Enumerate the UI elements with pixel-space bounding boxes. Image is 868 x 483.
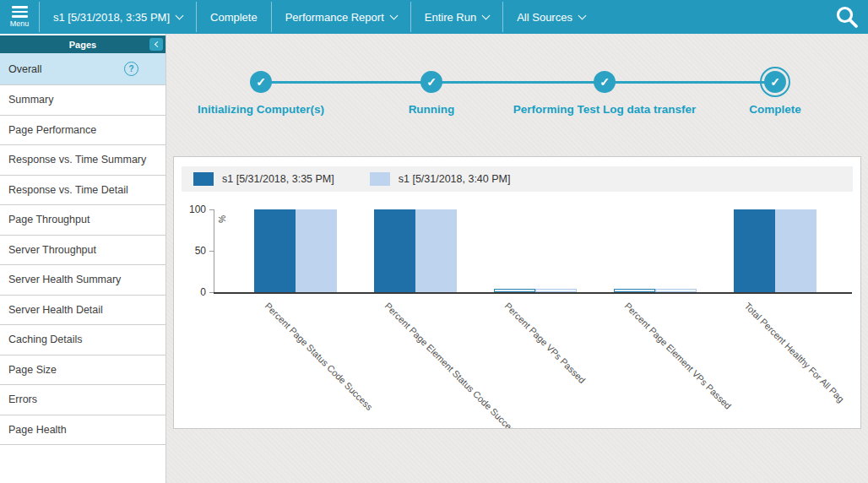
sidebar-item-server-throughput[interactable]: Server Throughput (0, 236, 165, 266)
sidebar-item-label: Page Health (8, 424, 67, 436)
y-tick-label: 0 (182, 286, 206, 298)
chevron-down-icon (389, 12, 398, 20)
search-button[interactable] (826, 0, 868, 34)
sidebar-title: Pages (69, 40, 96, 50)
bar-percent-page-element-vps-passed-s1 (614, 289, 655, 292)
chevron-down-icon (578, 12, 586, 20)
check-icon: ✓ (770, 75, 780, 89)
sidebar: Pages Overall?SummaryPage PerformanceRes… (0, 34, 166, 483)
sidebar-item-label: Server Health Summary (8, 274, 121, 285)
topbar-items: s1 [5/31/2018, 3:35 PM]CompletePerforman… (40, 0, 599, 34)
step-label-initializing-computer-s: Initializing Computer(s) (168, 103, 354, 117)
y-tick-mark (209, 251, 214, 252)
sidebar-item-label: Summary (8, 94, 53, 106)
bar-percent-page-element-vps-passed-s2 (655, 289, 697, 292)
sidebar-item-page-size[interactable]: Page Size (0, 355, 165, 386)
sidebar-item-label: Errors (8, 393, 37, 405)
topbar-item-complete[interactable]: Complete (197, 0, 271, 34)
topbar-item-label: Performance Report (285, 11, 384, 24)
chevron-down-icon (176, 12, 184, 20)
sidebar-item-label: Overall (8, 63, 42, 75)
menu-button-label: Menu (10, 19, 30, 28)
sidebar-collapse-button[interactable] (149, 38, 163, 51)
bar-percent-page-vps-passed-s2 (535, 289, 577, 292)
sidebar-item-server-health-detail[interactable]: Server Health Detail (0, 296, 165, 326)
y-tick-mark (209, 209, 214, 210)
steps-connector-line (261, 81, 775, 84)
hamburger-icon (12, 6, 28, 18)
sidebar-header: Pages (0, 35, 165, 53)
topbar: Menu s1 [5/31/2018, 3:35 PM]CompletePerf… (0, 0, 868, 34)
y-axis-line (214, 209, 214, 292)
bar-total-percent-healthy-for-all-pag-s1 (734, 209, 775, 292)
check-icon: ✓ (256, 75, 266, 89)
sidebar-item-response-vs-time-summary[interactable]: Response vs. Time Summary (0, 145, 165, 176)
chevron-down-icon (482, 12, 491, 20)
sidebar-item-server-health-summary[interactable]: Server Health Summary (0, 265, 165, 296)
sidebar-item-label: Server Health Detail (8, 304, 103, 316)
topbar-item-performance-report[interactable]: Performance Report (272, 0, 410, 34)
bar-percent-page-element-status-code-success-s2 (415, 209, 457, 292)
topbar-item-label: Entire Run (425, 11, 476, 24)
topbar-item-label: All Sources (517, 11, 572, 24)
sidebar-item-label: Page Size (8, 364, 57, 376)
step-circle-performing-test-log-data-transfer: ✓ (594, 71, 616, 93)
progress-steps: ✓Initializing Computer(s)✓Running✓Perfor… (166, 34, 868, 160)
topbar-item-all-sources[interactable]: All Sources (503, 0, 599, 34)
sidebar-item-label: Response vs. Time Summary (8, 154, 146, 166)
sidebar-item-label: Server Throughput (8, 244, 96, 256)
check-icon: ✓ (426, 75, 437, 89)
sidebar-item-summary[interactable]: Summary (0, 85, 165, 116)
step-label-complete: Complete (682, 103, 868, 117)
sidebar-item-caching-details[interactable]: Caching Details (0, 325, 165, 355)
sidebar-item-errors[interactable]: Errors (0, 385, 165, 415)
sidebar-item-page-health[interactable]: Page Health (0, 415, 165, 446)
menu-button[interactable]: Menu (0, 0, 39, 34)
step-label-performing-test-log-data-transfer: Performing Test Log data transfer (512, 103, 697, 117)
topbar-item-entire-run[interactable]: Entire Run (411, 0, 502, 34)
topbar-item-label: s1 [5/31/2018, 3:35 PM] (53, 11, 170, 24)
topbar-item-s1-5-31-2018-3-35-pm[interactable]: s1 [5/31/2018, 3:35 PM] (40, 0, 196, 34)
category-label-percent-page-element-vps-passed: Percent Page Element VPs Passed (623, 301, 734, 411)
category-label-percent-page-vps-passed: Percent Page VPs Passed (503, 301, 588, 385)
search-icon (834, 4, 860, 30)
y-axis-unit-label: % (217, 215, 226, 223)
sidebar-item-overall[interactable]: Overall? (0, 53, 165, 85)
topbar-item-label: Complete (210, 11, 258, 24)
sidebar-item-page-performance[interactable]: Page Performance (0, 116, 165, 146)
step-circle-running: ✓ (420, 71, 442, 93)
step-circle-complete: ✓ (764, 71, 786, 93)
bar-percent-page-status-code-success-s1 (254, 209, 296, 292)
y-tick-label: 50 (182, 245, 206, 257)
bar-percent-page-vps-passed-s1 (494, 289, 535, 292)
help-icon[interactable]: ? (124, 62, 138, 76)
category-label-percent-page-status-code-success: Percent Page Status Code Success (263, 301, 375, 412)
category-label-total-percent-healthy-for-all-pag: Total Percent Healthy For All Pag (743, 301, 847, 404)
bar-chart: 050100%Percent Page Status Code SuccessP… (174, 157, 860, 428)
bar-total-percent-healthy-for-all-pag-s2 (775, 209, 816, 292)
step-label-running: Running (339, 103, 524, 117)
step-circle-initializing-computer-s: ✓ (250, 71, 272, 93)
bar-percent-page-element-status-code-success-s1 (374, 209, 415, 292)
report-card: s1 [5/31/2018, 3:35 PM]s1 [5/31/2018, 3:… (173, 156, 861, 429)
sidebar-item-page-throughput[interactable]: Page Throughput (0, 205, 165, 236)
category-label-percent-page-element-status-code-success: Percent Page Element Status Code Success (383, 301, 521, 429)
chevron-left-icon (154, 41, 160, 47)
main-area: ✓Initializing Computer(s)✓Running✓Perfor… (166, 34, 868, 483)
x-axis-line (214, 292, 852, 294)
sidebar-item-response-vs-time-detail[interactable]: Response vs. Time Detail (0, 176, 165, 206)
sidebar-items: Overall?SummaryPage PerformanceResponse … (0, 53, 165, 445)
check-icon: ✓ (599, 75, 610, 89)
sidebar-item-label: Page Throughput (8, 214, 90, 225)
bar-percent-page-status-code-success-s2 (296, 209, 337, 292)
sidebar-item-label: Page Performance (8, 124, 96, 136)
sidebar-item-label: Response vs. Time Detail (8, 184, 128, 196)
sidebar-item-label: Caching Details (8, 334, 83, 345)
y-tick-label: 100 (182, 204, 206, 215)
